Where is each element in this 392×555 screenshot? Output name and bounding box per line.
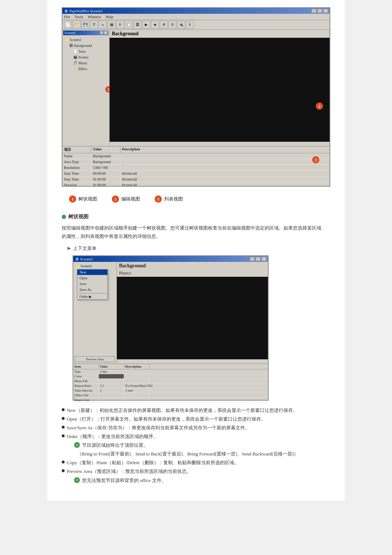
menu-file[interactable]: File xyxy=(64,15,70,19)
ctx-menu-saveas[interactable]: Save As xyxy=(77,287,107,293)
ctx-menu-open[interactable]: Open xyxy=(77,275,107,281)
tool-copy[interactable]: ⎘ xyxy=(116,21,124,29)
list-view: 项目 Value Description Name Background Are… xyxy=(62,146,330,186)
lv-cell: 01:00:00 xyxy=(91,183,121,186)
tree-panel-title: Screen1 ─ ✕ xyxy=(63,31,109,35)
lv-cell: 1:1 xyxy=(99,384,124,388)
lv-cell xyxy=(121,165,330,170)
second-tree-screen1[interactable]: 📁 Screen1 xyxy=(75,263,115,269)
table-row: Time Interval 1 1 unit xyxy=(73,388,268,393)
tool-stop[interactable]: ■ xyxy=(151,21,159,29)
close-button[interactable]: ✕ xyxy=(323,9,328,13)
maximize-button[interactable]: □ xyxy=(317,9,322,13)
ctx-menu-save[interactable]: Save xyxy=(77,281,107,287)
second-scrollbar-h[interactable] xyxy=(117,359,268,364)
bullet-text-preview: Preview Area（预览区域）：预览当前所选区域的当前状态。 + 您无法预… xyxy=(67,467,191,485)
main-content-area: Screen1 ─ ✕ 📁 Screen1 🖼 Background xyxy=(62,30,330,146)
second-canvas[interactable] xyxy=(117,277,268,359)
listview-header: 项目 Value Description xyxy=(62,146,330,153)
tool-T[interactable]: T xyxy=(90,21,98,29)
lv-cell: Name xyxy=(62,154,91,158)
legend-item-1: 1 树状视图 xyxy=(69,195,97,203)
bullet-icon xyxy=(62,408,65,411)
second-titlebar-btns: ─ □ ✕ xyxy=(250,257,266,261)
tree-item-music[interactable]: 🎵 Music xyxy=(73,60,108,66)
tool-img[interactable]: 🖼 xyxy=(134,21,142,29)
tool-connect[interactable]: 🔌 xyxy=(177,21,185,29)
lv-cell: hh:mm:dd xyxy=(121,183,330,186)
lv-header-item: 项目 xyxy=(62,147,91,153)
tool-info[interactable]: ℹ xyxy=(186,21,194,29)
second-lv-hdr-desc: Description xyxy=(124,364,150,369)
ctx-menu-order[interactable]: Order ▶ xyxy=(77,294,107,299)
table-row: Duration 01:00:00 hh:mm:dd xyxy=(62,182,330,186)
table-row: Type Color xyxy=(73,369,268,374)
second-tree-view: 📁 Screen1 xyxy=(74,263,116,270)
menu-help[interactable]: Help xyxy=(106,15,113,19)
editor-scrollbar-h[interactable] xyxy=(110,142,330,146)
lv-cell: hh:mm:dd xyxy=(121,177,330,182)
table-row: Area Type Background xyxy=(62,159,330,165)
tree-item-screen1[interactable]: 📁 Screen1 xyxy=(64,37,108,42)
main-titlebar: 🖥 PapiNullPro Screen1 ─ □ ✕ xyxy=(62,8,330,14)
tree-music-icon: 🎵 xyxy=(73,60,78,65)
lv-cell xyxy=(124,374,150,378)
tree-view: 📁 Screen1 🖼 Background 📄 Area xyxy=(63,36,109,72)
lv-cell: Background xyxy=(91,159,121,164)
list-item-copy: Copy（复制）/Paste（粘贴）/Delete（删除）：复制、粘贴和删除当前… xyxy=(62,459,330,467)
ctx-menu-new[interactable]: New xyxy=(77,270,107,275)
menu-tools[interactable]: Tools xyxy=(74,15,83,19)
titlebar-buttons: ─ □ ✕ xyxy=(311,9,328,13)
second-editor-title: Background xyxy=(117,262,268,270)
tool-paste[interactable]: 📋 xyxy=(125,21,133,29)
tree-label-screen1: Screen1 xyxy=(70,38,81,42)
list-item-order: Order（顺序）：更改当前所选区域的顺序。 + 节目源区域始终位于顶部位置。 … xyxy=(62,433,330,458)
tree-item-effect[interactable]: ✨ Effect xyxy=(73,66,108,72)
lv-cell: Background xyxy=(91,154,121,158)
tool-a[interactable]: a xyxy=(99,21,107,29)
tool-play[interactable]: ▶ xyxy=(142,21,150,29)
editor-title: Background xyxy=(110,30,330,38)
editor-canvas[interactable] xyxy=(110,38,330,142)
tree-indent-scenes: 🎬 Scenes xyxy=(64,54,108,60)
tool-b[interactable]: B xyxy=(168,21,176,29)
tree-item-area[interactable]: 📄 Area xyxy=(73,48,108,54)
second-window-title: Screen1 xyxy=(80,257,93,261)
tree-item-scenes[interactable]: 🎬 Scenes xyxy=(73,54,108,60)
tree-label-effect: Effect xyxy=(78,67,87,71)
lv-cell xyxy=(99,374,124,378)
tree-label-area: Area xyxy=(78,49,85,53)
tree-indent-area: 📄 Area xyxy=(64,48,108,54)
plus-icon: + xyxy=(74,442,80,448)
badge-3: 3 xyxy=(312,156,319,163)
tool-open[interactable]: 📂 xyxy=(73,21,81,29)
second-minimize[interactable]: ─ xyxy=(250,257,255,261)
bullet-icon xyxy=(62,434,65,437)
second-listview: Item Value Description Type Color Color … xyxy=(73,364,268,400)
second-maximize[interactable]: □ xyxy=(256,257,261,261)
tree-area-icon: 📄 xyxy=(73,49,78,54)
minimize-button[interactable]: ─ xyxy=(311,9,317,13)
tree-minimize[interactable]: ─ xyxy=(100,31,103,35)
legend-item-2: 2 编辑视图 xyxy=(112,195,140,203)
second-tree-screen-label: Screen1 xyxy=(81,264,92,268)
table-row: Start Time 00:00:00 hh:mm:dd xyxy=(62,171,330,177)
lv-cell: Area Type xyxy=(62,159,91,164)
tool-grid[interactable]: ▦ xyxy=(107,21,115,29)
list-item-open: Open（打开）：打开屏幕文件。如果有尚未保存的更改，系统会显示一个新窗口让您进… xyxy=(62,415,330,423)
arrow-icon: ▶ xyxy=(68,246,71,251)
app-icon: 🖥 xyxy=(64,9,68,13)
tree-scenes-icon: 🎬 xyxy=(73,54,78,60)
tool-new[interactable]: 📄 xyxy=(64,21,72,29)
menu-window[interactable]: Window xyxy=(87,15,101,19)
lv-cell xyxy=(124,379,150,383)
tool-config[interactable]: ⚙ xyxy=(160,21,168,29)
tree-close[interactable]: ✕ xyxy=(104,31,107,35)
lv-header-value: Value xyxy=(91,147,121,153)
second-tree-panel: 📁 Screen1 New Open Save Save As Order ▶ … xyxy=(73,262,117,364)
tree-label-bg: Background xyxy=(74,44,92,48)
tree-item-background[interactable]: 🖼 Background xyxy=(68,42,108,48)
lv-header-desc: Description xyxy=(121,147,330,153)
second-close[interactable]: ✕ xyxy=(261,257,266,261)
tool-save[interactable]: 💾 xyxy=(81,21,89,29)
